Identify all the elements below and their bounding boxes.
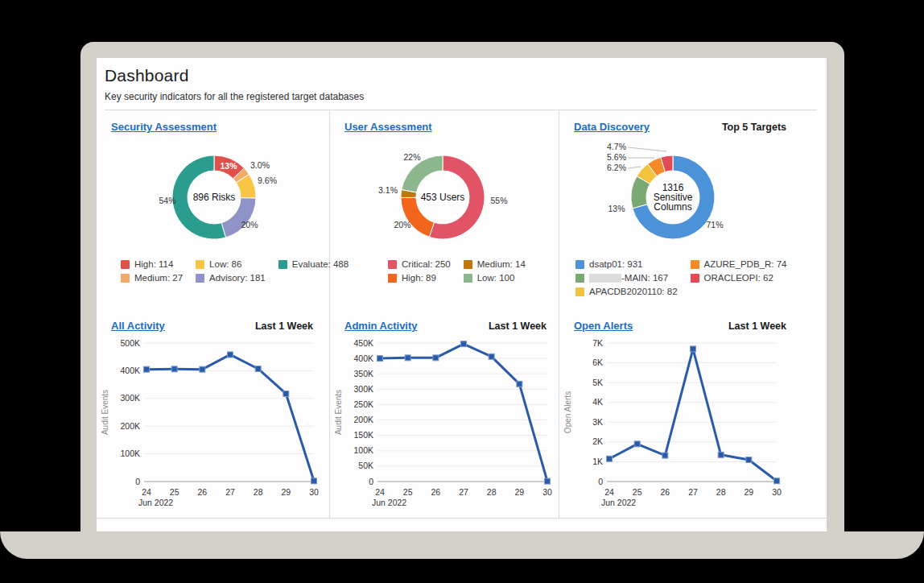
data-point-marker[interactable]: [405, 355, 410, 361]
chart-text: Jun 2022: [138, 498, 173, 507]
chart-text: Jun 2022: [601, 498, 636, 507]
chart-text: 30: [309, 487, 319, 497]
chart-text: 1K: [592, 457, 603, 466]
chart-text: 55%: [490, 196, 507, 205]
data-point-marker[interactable]: [433, 355, 439, 361]
sensitive-columns-donut-chart[interactable]: 71%13%6.2%5.6%4.7%1316SensitiveColumns: [559, 137, 815, 259]
security-risk-donut-chart[interactable]: 13%3.0%9.6%20%54%896 Risks: [97, 137, 330, 259]
legend-swatch: [691, 274, 699, 283]
trend-line: [146, 354, 314, 481]
data-point-marker[interactable]: [311, 478, 317, 484]
chart-text: 25: [170, 487, 179, 497]
top-row: Security Assessment 13%3.0%9.6%20%54%896…: [97, 110, 827, 309]
chart-text: 300K: [120, 393, 140, 403]
label-leader-line: [628, 147, 666, 151]
legend-item: Medium: 14: [464, 259, 526, 269]
data-point-marker[interactable]: [545, 478, 551, 484]
legend-label: Medium: 27: [134, 273, 183, 283]
chart-text: 24: [375, 487, 385, 497]
chart-text: 9.6%: [258, 176, 277, 185]
chart-text: 300K: [353, 384, 373, 394]
data-point-marker[interactable]: [283, 391, 289, 396]
chart-text: 450K: [353, 338, 373, 348]
chart-text: 25: [403, 487, 413, 497]
laptop-frame: Dashboard Key security indicators for al…: [80, 42, 844, 531]
chart-text: 7K: [592, 338, 603, 348]
data-point-marker[interactable]: [607, 456, 613, 461]
user-assessment-link[interactable]: User Assessment: [344, 121, 432, 133]
chart-text: 30: [542, 487, 552, 497]
chart-text: Jun 2022: [372, 498, 406, 507]
data-point-marker[interactable]: [662, 453, 668, 458]
data-discovery-panel: Data Discovery Top 5 Targets 71%13%6.2%5…: [559, 110, 815, 309]
chart-text: 896 Risks: [193, 192, 236, 203]
chart-text: 2K: [592, 436, 603, 446]
admin-activity-range-label: Last 1 Week: [489, 320, 547, 332]
chart-text: 29: [281, 487, 291, 497]
legend-swatch: [196, 260, 204, 269]
legend-item: Medium: 27: [121, 273, 183, 283]
chart-text: 400K: [353, 354, 373, 363]
admin-activity-line-chart[interactable]: 050K100K150K200K250K300K350K400K450K2425…: [330, 332, 559, 512]
desktop-background: Dashboard Key security indicators for al…: [0, 0, 924, 583]
data-point-marker[interactable]: [255, 366, 261, 371]
user-risk-donut-chart[interactable]: 55%20%3.1%22%453 Users: [330, 137, 559, 259]
chart-text: 24: [604, 487, 614, 497]
data-point-marker[interactable]: [774, 478, 780, 484]
page-subtitle: Key security indicators for all the regi…: [105, 91, 817, 102]
legend-label: Medium: 14: [477, 259, 526, 269]
open-alerts-link[interactable]: Open Alerts: [574, 320, 633, 332]
legend-item: Critical: 250: [388, 259, 451, 269]
chart-text: 100K: [120, 449, 140, 458]
legend-label: Low: 100: [477, 273, 515, 283]
chart-text: 24: [142, 487, 151, 497]
chart-text: 20%: [241, 220, 258, 229]
chart-text: 100K: [353, 445, 373, 455]
chart-text: 26: [197, 487, 207, 497]
chart-text: 30: [772, 487, 782, 497]
chart-text: 6.2%: [607, 163, 626, 172]
donut-slice-advisory[interactable]: [221, 198, 256, 238]
data-point-marker[interactable]: [377, 356, 383, 362]
data-point-marker[interactable]: [171, 366, 177, 372]
top-5-targets-label: Top 5 Targets: [722, 122, 786, 133]
chart-text: 71%: [706, 220, 723, 229]
chart-text: 0: [598, 477, 603, 486]
legend-swatch: [464, 274, 472, 283]
chart-text: 250K: [353, 399, 373, 409]
chart-text: 453 Users: [421, 192, 465, 203]
data-point-marker[interactable]: [461, 341, 467, 347]
admin-activity-link[interactable]: Admin Activity: [344, 320, 418, 332]
legend-item: High: 114: [121, 259, 183, 269]
data-point-marker[interactable]: [228, 352, 233, 358]
data-point-marker[interactable]: [489, 354, 494, 359]
legend-item: Advisory: 181: [196, 273, 266, 283]
all-activity-link[interactable]: All Activity: [111, 320, 165, 332]
chart-text: Audit Events: [101, 390, 109, 435]
chart-text: 28: [254, 487, 263, 497]
chart-text: 3.1%: [378, 185, 398, 195]
data-point-marker[interactable]: [718, 452, 724, 457]
donut-slice-high[interactable]: [401, 197, 434, 237]
legend-label: Low: 86: [209, 259, 241, 269]
legend-swatch: [196, 274, 204, 283]
data-point-marker[interactable]: [691, 346, 696, 352]
data-point-marker[interactable]: [634, 441, 640, 447]
chart-text: 27: [688, 487, 698, 497]
legend-item: ORACLEOPI: 62: [691, 273, 787, 283]
data-point-marker[interactable]: [200, 366, 205, 372]
data-point-marker[interactable]: [746, 457, 752, 462]
legend-swatch: [575, 260, 584, 269]
security-assessment-link[interactable]: Security Assessment: [111, 121, 217, 133]
legend-label: High: 114: [134, 259, 173, 269]
data-point-marker[interactable]: [517, 381, 522, 387]
open-alerts-line-chart[interactable]: 01K2K3K4K5K6K7K24252627282930Jun 2022Ope…: [559, 332, 815, 512]
data-discovery-link[interactable]: Data Discovery: [574, 121, 650, 133]
all-activity-line-chart[interactable]: 0100K200K300K400K500K24252627282930Jun 2…: [97, 332, 330, 512]
data-point-marker[interactable]: [144, 366, 150, 372]
legend-swatch: [691, 260, 699, 269]
redacted-target-name: [589, 274, 621, 283]
chart-text: 54%: [159, 196, 175, 205]
legend-item: Low: 86: [196, 259, 266, 269]
legend-swatch: [278, 260, 287, 269]
